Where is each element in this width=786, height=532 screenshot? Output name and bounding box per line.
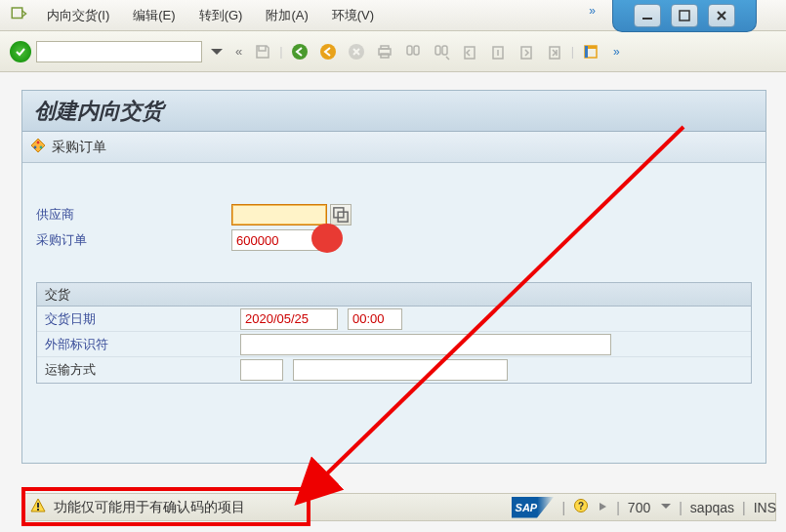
vendor-input[interactable] (231, 204, 327, 225)
prev-page-icon[interactable] (487, 41, 509, 62)
extid-label: 外部标识符 (45, 336, 240, 353)
transport-code-input[interactable] (240, 359, 283, 381)
form-area: 供应商 采购订单 交货 交货日期 (22, 163, 765, 393)
next-page-icon[interactable] (516, 41, 537, 62)
vendor-f4-button[interactable] (330, 204, 352, 225)
command-dropdown-icon[interactable] (207, 41, 227, 62)
svg-rect-0 (12, 8, 22, 19)
delivery-date-label: 交货日期 (45, 310, 240, 328)
input-mode: INS (754, 500, 776, 515)
client-dropdown-icon[interactable] (661, 504, 671, 509)
svg-rect-11 (435, 46, 440, 55)
window-controls (612, 0, 757, 32)
delivery-group-title: 交货 (37, 283, 751, 307)
cancel-icon[interactable] (346, 41, 367, 62)
maximize-button[interactable] (671, 4, 698, 27)
svg-point-18 (40, 146, 43, 149)
client-number: 700 (628, 500, 650, 515)
find-next-icon[interactable] (431, 41, 452, 62)
last-page-icon[interactable] (544, 41, 565, 62)
menu-expand-icon[interactable]: » (589, 4, 596, 18)
svg-rect-19 (334, 208, 344, 218)
menu-extras[interactable]: 附加(A) (262, 5, 311, 26)
po-label: 采购订单 (36, 231, 231, 249)
exit-nav-icon[interactable] (317, 41, 339, 62)
svg-rect-8 (381, 54, 389, 58)
po-reference-icon (30, 138, 46, 156)
system-name: sapqas (690, 500, 734, 515)
svg-rect-21 (37, 503, 39, 508)
delivery-date-input[interactable] (240, 308, 338, 330)
menu-goto[interactable]: 转到(G) (195, 5, 247, 26)
svg-point-16 (37, 142, 40, 144)
svg-rect-12 (442, 46, 447, 55)
help-icon[interactable]: ? (573, 498, 589, 516)
first-page-icon[interactable] (459, 41, 480, 62)
menu-lead-icon (10, 5, 27, 25)
transport-desc-input[interactable] (293, 359, 508, 381)
print-icon[interactable] (374, 41, 395, 62)
svg-rect-2 (680, 11, 689, 20)
svg-rect-22 (37, 509, 39, 511)
menu-environment[interactable]: 环境(V) (328, 5, 378, 26)
page-area: 创建内向交货 采购订单 供应商 采购订单 交货 (21, 90, 766, 464)
svg-point-17 (34, 146, 37, 149)
svg-point-4 (320, 44, 336, 60)
svg-text:?: ? (578, 501, 584, 512)
session-icon[interactable] (597, 500, 608, 515)
toolbar-expand-icon[interactable]: » (613, 45, 620, 59)
back-button[interactable]: « (235, 44, 242, 59)
redaction-icon (311, 224, 343, 253)
svg-rect-9 (407, 46, 412, 55)
page-title: 创建内向交货 (22, 91, 765, 132)
warning-icon (30, 498, 46, 516)
svg-rect-1 (642, 18, 652, 20)
svg-rect-10 (414, 46, 419, 55)
status-right: SAP | ? | 700 | sapqas | INS (512, 493, 776, 521)
menu-bar: 内向交货(I) 编辑(E) 转到(G) 附加(A) 环境(V) » (0, 0, 786, 31)
vendor-label: 供应商 (36, 206, 231, 224)
save-icon[interactable] (252, 41, 273, 62)
transport-label: 运输方式 (45, 361, 240, 379)
find-icon[interactable] (402, 41, 424, 62)
svg-rect-20 (338, 212, 348, 222)
sap-logo: SAP (512, 497, 555, 518)
minimize-button[interactable] (634, 4, 661, 27)
menu-edit[interactable]: 编辑(E) (129, 5, 179, 26)
menu-inbound-delivery[interactable]: 内向交货(I) (43, 5, 113, 26)
extid-input[interactable] (240, 334, 611, 355)
command-field[interactable] (36, 41, 202, 62)
back-nav-icon[interactable] (289, 41, 310, 62)
close-button[interactable] (708, 4, 735, 27)
svg-point-3 (292, 44, 308, 60)
delivery-time-input[interactable] (348, 308, 402, 330)
application-toolbar: 采购订单 (22, 132, 765, 163)
enter-button[interactable] (10, 41, 31, 62)
svg-rect-7 (381, 46, 389, 49)
toolbar: « | | » (0, 31, 786, 72)
status-message: 功能仅可能用于有确认码的项目 (54, 499, 245, 516)
po-reference-button[interactable]: 采购订单 (52, 139, 106, 156)
delivery-group: 交货 交货日期 外部标识符 运输方式 (36, 282, 752, 384)
layout-icon[interactable] (580, 41, 601, 62)
svg-rect-15 (585, 46, 588, 58)
